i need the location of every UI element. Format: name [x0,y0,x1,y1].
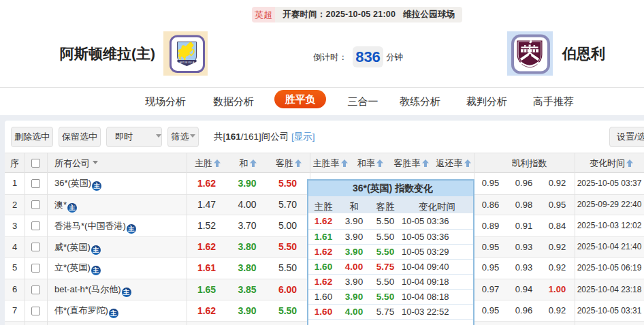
svg-text:ASTON VILLA: ASTON VILLA [180,61,195,64]
